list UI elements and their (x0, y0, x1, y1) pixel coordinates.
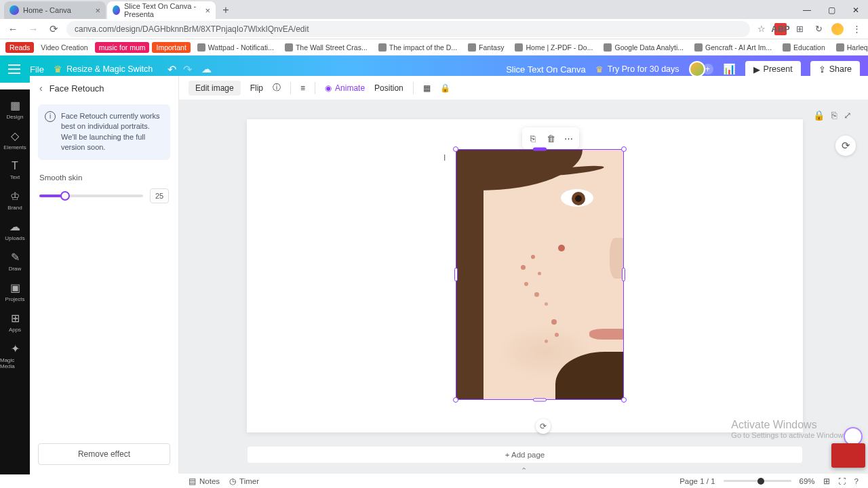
smooth-skin-slider[interactable] (39, 195, 143, 197)
resize-handle-ne[interactable] (621, 146, 627, 152)
share-button[interactable]: ⇪ Share (810, 61, 860, 78)
resize-handle-n[interactable] (533, 148, 547, 151)
video-pip[interactable] (831, 443, 865, 468)
resize-handle-s[interactable] (533, 399, 547, 402)
delete-icon[interactable]: 🗑 (542, 130, 559, 146)
chevron-up-icon[interactable]: ⌃ (521, 466, 530, 473)
present-button[interactable]: ▶ Present (745, 61, 801, 78)
lock-page-icon[interactable]: 🔒 (813, 110, 825, 121)
more-icon[interactable]: ⋯ (560, 130, 576, 146)
try-pro-button[interactable]: ♛ Try Pro for 30 days (595, 64, 679, 75)
nav-text[interactable]: TText (0, 156, 30, 184)
browser-tab-active[interactable]: Slice Text On Canva - Presenta × (107, 1, 216, 19)
bookmark-item[interactable]: The Wall Street Cras... (281, 42, 372, 53)
close-window-icon[interactable]: ✕ (844, 1, 868, 19)
resize-handle-nw[interactable] (453, 146, 458, 152)
document-title[interactable]: Slice Text On Canva (506, 64, 586, 75)
duplicate-page-icon[interactable]: ⎘ (831, 110, 837, 121)
resize-handle-w[interactable] (454, 268, 458, 281)
page-indicator[interactable]: Page 1 / 1 (679, 477, 715, 485)
reload-button[interactable]: ⟳ (46, 22, 61, 37)
browser-tab[interactable]: Home - Canva × (4, 1, 106, 19)
star-icon[interactable]: ☆ (755, 23, 768, 35)
back-button[interactable]: ‹ (39, 83, 43, 94)
history-icon[interactable]: ↻ (812, 23, 825, 35)
info-icon[interactable]: ⓘ (273, 82, 281, 94)
nav-apps[interactable]: ⊞Apps (0, 308, 30, 337)
remove-effect-button[interactable]: Remove effect (38, 443, 170, 465)
lines-icon[interactable]: ≡ (300, 83, 305, 93)
expand-page-icon[interactable]: ⤢ (844, 110, 852, 121)
help-icon[interactable]: ? (854, 477, 859, 485)
analytics-icon[interactable]: 📊 (723, 63, 736, 75)
adblock-icon[interactable]: ABP (774, 23, 787, 35)
bookmark-item[interactable]: Gencraft - AI Art Im... (690, 42, 776, 53)
bookmark-item[interactable]: Wattpad - Notificati... (193, 42, 278, 53)
url-input[interactable]: canva.com/design/DAGHbknnBrM/8XTPnjaqIo7… (66, 21, 750, 37)
nav-magic-media[interactable]: ✦Magic Media (0, 338, 30, 373)
canvas-area[interactable]: 🔒 ⎘ ⤢ ⟳ ⎘ 🗑 ⋯ I (179, 100, 868, 473)
bookmark-item[interactable]: Video Creation (37, 42, 92, 53)
nav-projects[interactable]: ▣Projects (0, 277, 30, 306)
forward-button[interactable]: → (26, 22, 41, 37)
transparency-icon[interactable]: ▦ (423, 83, 431, 93)
duplicate-icon[interactable]: ⎘ (525, 130, 541, 146)
bookmark-item[interactable]: Harlequin Romance... (832, 42, 868, 53)
file-menu[interactable]: File (30, 64, 44, 75)
zoom-value[interactable]: 69% (800, 477, 815, 485)
new-tab-button[interactable]: + (217, 1, 235, 19)
animate-button[interactable]: ◉Animate (325, 83, 365, 93)
flip-button[interactable]: Flip (250, 83, 263, 93)
regenerate-button[interactable]: ⟳ (835, 136, 856, 156)
nav-design[interactable]: ▦Design (0, 95, 30, 124)
zoom-slider[interactable] (724, 480, 791, 482)
maximize-icon[interactable]: ▢ (819, 1, 844, 19)
side-nav: ▦Design ◇Elements TText ♔Brand ☁Uploads … (0, 89, 30, 474)
bookmark-item[interactable]: Important (152, 42, 190, 53)
add-page-button[interactable]: + Add page (247, 446, 803, 464)
lock-icon[interactable]: 🔒 (440, 83, 450, 93)
sync-status-icon[interactable]: ☁ (201, 63, 212, 75)
timer-button[interactable]: ◷Timer (229, 476, 259, 486)
resize-handle-sw[interactable] (453, 397, 458, 403)
nav-elements[interactable]: ◇Elements (0, 125, 30, 155)
profile-avatar[interactable] (831, 23, 844, 35)
bookmark-item[interactable]: music for mum (95, 42, 150, 53)
close-icon[interactable]: × (95, 5, 100, 16)
bookmark-item[interactable]: The impact of the D... (374, 42, 461, 53)
close-icon[interactable]: × (205, 5, 210, 16)
menu-icon[interactable] (8, 64, 20, 74)
magic-media-icon: ✦ (11, 342, 20, 355)
resize-magic-button[interactable]: ♛ Resize & Magic Switch (54, 64, 153, 75)
bookmark-item[interactable]: Google Data Analyti... (599, 42, 688, 53)
slider-value-input[interactable]: 25 (150, 188, 169, 203)
bookmark-item[interactable]: Home | Z-PDF - Do... (511, 42, 597, 53)
zoom-thumb[interactable] (757, 478, 764, 485)
bookmark-item[interactable]: Fantasy (464, 42, 508, 53)
bookmark-item[interactable]: Reads (5, 42, 34, 53)
resize-handle-e[interactable] (622, 268, 625, 281)
nav-uploads[interactable]: ☁Uploads (0, 216, 30, 245)
user-avatar[interactable] (689, 61, 705, 77)
edit-image-button[interactable]: Edit image (189, 81, 241, 96)
minimize-icon[interactable]: — (795, 1, 819, 19)
image-selection[interactable] (456, 149, 624, 400)
text-icon: T (12, 160, 18, 172)
nav-brand[interactable]: ♔Brand (0, 186, 30, 215)
undo-button[interactable]: ↶ (167, 63, 176, 76)
position-button[interactable]: Position (374, 83, 403, 93)
extension-icon[interactable]: ⊞ (793, 23, 806, 35)
back-button[interactable]: ← (5, 22, 20, 37)
bookmark-item[interactable]: Education (778, 42, 829, 53)
slider-thumb[interactable] (60, 191, 70, 201)
redo-button[interactable]: ↷ (183, 63, 192, 76)
resize-handle-se[interactable] (621, 397, 627, 403)
nav-draw[interactable]: ✎Draw (0, 247, 30, 276)
fullscreen-icon[interactable]: ⛶ (838, 477, 846, 485)
menu-icon[interactable]: ⋮ (850, 23, 863, 35)
grid-view-icon[interactable]: ⊞ (823, 476, 830, 486)
notes-button[interactable]: ▤Notes (189, 476, 220, 486)
portrait-image[interactable] (456, 150, 623, 399)
text-cursor-icon: I (443, 153, 446, 163)
rotate-handle[interactable]: ⟳ (536, 419, 551, 434)
